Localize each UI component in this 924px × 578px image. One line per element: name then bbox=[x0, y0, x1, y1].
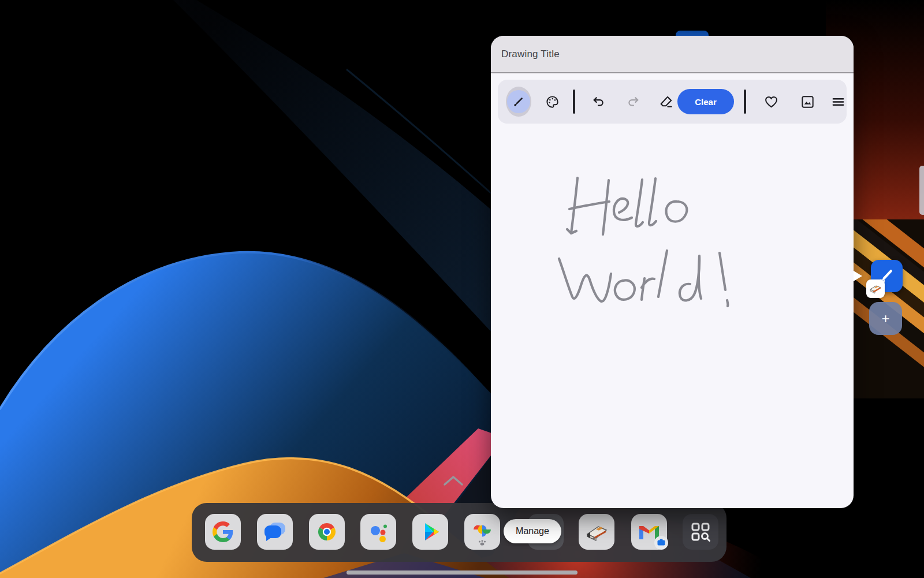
add-bubble-button[interactable]: + bbox=[869, 302, 902, 335]
palette-tool-button[interactable] bbox=[539, 89, 565, 114]
plus-label: + bbox=[881, 311, 889, 327]
taskbar-dock bbox=[192, 503, 726, 562]
toolbar-divider bbox=[744, 90, 746, 114]
toolbar-divider bbox=[573, 90, 575, 114]
drawing-canvas[interactable] bbox=[491, 124, 854, 508]
paw-badge bbox=[479, 540, 486, 545]
undo-button[interactable] bbox=[586, 89, 611, 114]
redo-icon bbox=[625, 94, 641, 110]
drawing-app-window: Drawing Title bbox=[491, 36, 854, 508]
undo-icon bbox=[591, 94, 606, 110]
bubble-pointer-arrow bbox=[854, 271, 862, 281]
insert-image-button[interactable] bbox=[795, 89, 820, 114]
gmail-icon bbox=[631, 514, 674, 553]
dock-app-assistant[interactable] bbox=[360, 514, 396, 550]
edge-scrollbar[interactable] bbox=[919, 166, 924, 215]
mini-sketchbook-icon bbox=[866, 279, 885, 298]
app-drawer-icon bbox=[683, 514, 718, 550]
dock-app-drawer[interactable] bbox=[683, 514, 718, 550]
assistant-icon bbox=[360, 514, 396, 550]
manage-tooltip[interactable]: Manage bbox=[504, 519, 561, 543]
palette-icon bbox=[545, 94, 560, 110]
redo-button[interactable] bbox=[620, 89, 646, 114]
eraser-button[interactable] bbox=[653, 89, 679, 114]
chrome-icon bbox=[309, 514, 345, 550]
favorite-button[interactable] bbox=[758, 89, 784, 114]
heart-icon bbox=[763, 94, 779, 110]
menu-button[interactable] bbox=[825, 89, 851, 114]
desktop: Manage Drawing Title bbox=[0, 0, 924, 578]
eraser-icon bbox=[658, 94, 674, 110]
play-store-icon bbox=[412, 514, 448, 550]
work-badge bbox=[654, 536, 668, 550]
dock-app-messages[interactable] bbox=[257, 514, 293, 550]
google-icon bbox=[205, 514, 241, 550]
window-titlebar[interactable]: Drawing Title bbox=[491, 36, 854, 73]
window-title: Drawing Title bbox=[501, 36, 560, 72]
dock-app-gmail[interactable] bbox=[631, 514, 667, 550]
handwriting-hello bbox=[567, 178, 687, 234]
dock-app-google[interactable] bbox=[205, 514, 241, 550]
hamburger-menu-icon bbox=[830, 94, 846, 110]
sketchbook-icon bbox=[579, 514, 614, 550]
home-indicator-bar[interactable] bbox=[346, 570, 578, 575]
brush-icon bbox=[511, 94, 526, 109]
image-icon bbox=[800, 94, 815, 110]
handwriting-world bbox=[559, 251, 728, 306]
dock-app-photos[interactable] bbox=[464, 514, 500, 550]
messages-icon bbox=[257, 514, 293, 550]
chevron-up-icon[interactable] bbox=[442, 473, 465, 488]
brush-tool-button[interactable] bbox=[506, 89, 531, 114]
manage-label: Manage bbox=[516, 526, 549, 536]
photos-icon bbox=[464, 514, 500, 550]
drawing-toolbar: Clear bbox=[498, 80, 847, 124]
clear-button[interactable]: Clear bbox=[677, 89, 734, 114]
clear-label: Clear bbox=[695, 97, 717, 107]
bubble-app-badge bbox=[866, 279, 885, 298]
dock-app-play-store[interactable] bbox=[412, 514, 448, 550]
dock-app-sketchbook[interactable] bbox=[579, 514, 614, 550]
dock-app-chrome[interactable] bbox=[309, 514, 345, 550]
